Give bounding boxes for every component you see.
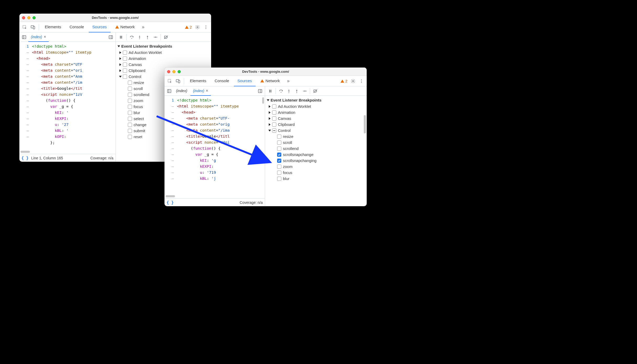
issues-chip[interactable]: 2: [184, 25, 193, 29]
more-tabs-icon[interactable]: »: [140, 24, 147, 31]
close-window-icon[interactable]: [22, 16, 25, 19]
breakpoints-panel[interactable]: Event Listener BreakpointsAd Auction Wor…: [265, 96, 367, 206]
scrollbar-vertical[interactable]: [364, 115, 366, 133]
file-tab-index-2[interactable]: (index) ×: [190, 86, 211, 96]
step-into-icon[interactable]: [285, 87, 293, 95]
bp-group[interactable]: Canvas: [265, 115, 367, 121]
device-toggle-icon[interactable]: [29, 24, 37, 31]
checkbox[interactable]: [128, 105, 132, 109]
step-out-icon[interactable]: [293, 87, 300, 95]
checkbox[interactable]: [123, 57, 127, 61]
step-over-icon[interactable]: [277, 87, 285, 95]
file-tab-index[interactable]: (index) ×: [28, 32, 49, 42]
bp-header[interactable]: Event Listener Breakpoints: [116, 43, 211, 49]
tab-sources[interactable]: Sources: [89, 22, 111, 32]
checkbox[interactable]: [277, 171, 281, 175]
checkbox[interactable]: [277, 135, 281, 139]
maximize-window-icon[interactable]: [178, 70, 181, 73]
tab-sources[interactable]: Sources: [234, 76, 256, 86]
tab-console[interactable]: Console: [66, 22, 88, 32]
checkbox[interactable]: [128, 99, 132, 103]
close-tab-icon[interactable]: ×: [206, 88, 208, 93]
checkbox[interactable]: [277, 141, 281, 145]
checkbox[interactable]: [128, 111, 132, 115]
checkbox[interactable]: [272, 110, 276, 115]
code-editor[interactable]: 1——————————————— <!doctype html><html it…: [19, 42, 116, 154]
tab-elements[interactable]: Elements: [41, 22, 65, 32]
bp-item[interactable]: scroll: [265, 139, 367, 145]
bp-group[interactable]: Ad Auction Worklet: [265, 103, 367, 109]
minimize-window-icon[interactable]: [172, 70, 175, 73]
checkbox[interactable]: [128, 117, 132, 121]
toggle-navigator-icon[interactable]: [20, 33, 28, 41]
bp-group[interactable]: Ad Auction Worklet: [116, 49, 211, 55]
bp-group[interactable]: Canvas: [116, 61, 211, 68]
checkbox[interactable]: [128, 123, 132, 127]
checkbox[interactable]: [123, 75, 127, 79]
deactivate-bp-icon[interactable]: [162, 33, 170, 41]
maximize-window-icon[interactable]: [32, 16, 36, 19]
step-out-icon[interactable]: [144, 33, 151, 41]
bp-item[interactable]: scrollsnapchanging: [265, 158, 367, 164]
deactivate-bp-icon[interactable]: [312, 87, 319, 95]
scrollbar-vertical[interactable]: [262, 97, 264, 104]
step-into-icon[interactable]: [136, 33, 143, 41]
checkbox[interactable]: [272, 122, 276, 127]
step-icon[interactable]: [152, 33, 159, 41]
step-icon[interactable]: [301, 87, 308, 95]
bp-item[interactable]: blur: [265, 176, 367, 182]
code-editor[interactable]: 1————————————— <!doctype html><html item…: [164, 96, 265, 198]
element-picker-icon[interactable]: [21, 24, 28, 31]
toggle-debugger-icon[interactable]: [107, 33, 114, 41]
scrollbar-horizontal[interactable]: [166, 195, 175, 197]
checkbox-indeterminate[interactable]: [272, 128, 276, 133]
toggle-debugger-icon[interactable]: [256, 87, 264, 95]
bp-group[interactable]: Clipboard: [265, 121, 367, 127]
close-tab-icon[interactable]: ×: [44, 35, 46, 39]
bp-item[interactable]: scrollend: [265, 145, 367, 152]
checkbox[interactable]: [277, 165, 281, 169]
pretty-print-icon[interactable]: { }: [21, 156, 29, 160]
kebab-menu-icon[interactable]: [202, 24, 210, 31]
bp-item[interactable]: focus: [265, 170, 367, 176]
bp-group[interactable]: Control: [265, 127, 367, 133]
checkbox[interactable]: [128, 81, 132, 85]
checkbox[interactable]: [272, 116, 276, 121]
minimize-window-icon[interactable]: [27, 16, 30, 19]
bp-group[interactable]: Animation: [265, 109, 367, 115]
checkbox-checked[interactable]: [277, 153, 281, 157]
bp-item[interactable]: zoom: [265, 164, 367, 170]
checkbox[interactable]: [272, 104, 276, 109]
kebab-menu-icon[interactable]: [358, 77, 365, 85]
checkbox[interactable]: [277, 177, 281, 181]
settings-icon[interactable]: [194, 24, 201, 31]
bp-item[interactable]: scrollsnapchange: [265, 152, 367, 158]
bp-item[interactable]: resize: [265, 133, 367, 139]
pause-icon[interactable]: [117, 33, 125, 41]
tab-network[interactable]: Network: [112, 22, 139, 32]
checkbox[interactable]: [123, 63, 127, 67]
checkbox-checked[interactable]: [277, 159, 281, 163]
toggle-navigator-icon[interactable]: [166, 87, 173, 95]
checkbox[interactable]: [128, 135, 132, 139]
more-tabs-icon[interactable]: »: [285, 77, 292, 85]
pretty-print-icon[interactable]: { }: [167, 200, 174, 205]
bp-group[interactable]: Animation: [116, 55, 211, 61]
checkbox[interactable]: [128, 93, 132, 97]
bp-header[interactable]: Event Listener Breakpoints: [265, 97, 367, 103]
step-over-icon[interactable]: [128, 33, 135, 41]
file-tab-index[interactable]: (index): [173, 86, 190, 96]
checkbox[interactable]: [123, 51, 127, 55]
checkbox[interactable]: [128, 87, 132, 91]
checkbox[interactable]: [123, 69, 127, 73]
checkbox[interactable]: [277, 147, 281, 151]
device-toggle-icon[interactable]: [174, 77, 182, 85]
tab-elements[interactable]: Elements: [186, 76, 210, 86]
issues-chip[interactable]: 2: [339, 79, 348, 83]
settings-icon[interactable]: [349, 77, 357, 85]
checkbox[interactable]: [128, 129, 132, 133]
pause-icon[interactable]: [267, 87, 274, 95]
scrollbar-horizontal[interactable]: [20, 151, 30, 153]
element-picker-icon[interactable]: [166, 77, 173, 85]
tab-network[interactable]: Network: [257, 76, 284, 86]
